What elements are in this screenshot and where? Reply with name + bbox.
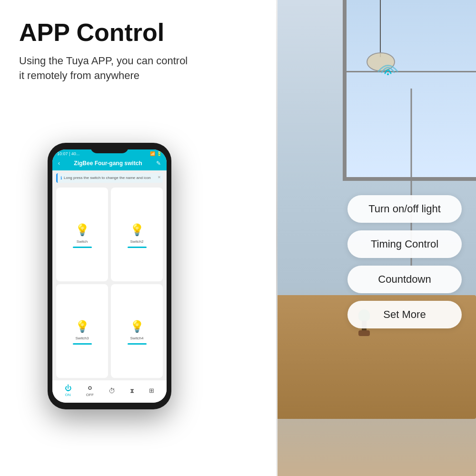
svg-point-0 — [387, 73, 389, 75]
feature-pill-set-more: Set More — [347, 301, 462, 328]
left-panel: APP Control Using the Tuya APP, you can … — [0, 0, 276, 476]
app-header: ‹ ZigBee Four-gang switch ✎ — [52, 157, 167, 170]
info-icon: ℹ — [60, 176, 62, 180]
nav-timer[interactable]: ⏱ — [109, 387, 115, 395]
feature-pill-timing: Timing Control — [347, 230, 462, 258]
status-time: 10:07 | 40... — [57, 151, 79, 156]
right-panel: Turn on/off light Timing Control Countdo… — [276, 0, 476, 476]
nav-on[interactable]: ⏻ ON — [65, 384, 71, 397]
switch-bar-4 — [128, 343, 147, 345]
page-title: APP Control — [19, 19, 262, 46]
page-subtitle: Using the Tuya APP, you can control it r… — [19, 54, 209, 83]
alert-close-icon[interactable]: ✕ — [158, 175, 161, 179]
phone-screen: 10:07 | 40... 📶 🔋 ‹ ZigBee Four-gang swi… — [52, 149, 167, 403]
switch-label-2: Switch2 — [130, 239, 143, 244]
lamp-cord — [380, 0, 381, 57]
switch-label-3: Switch3 — [75, 336, 89, 340]
room-window — [343, 0, 476, 181]
nav-on-label: ON — [65, 393, 71, 397]
on-icon: ⏻ — [65, 384, 71, 392]
bulb-icon-2: 💡 — [130, 223, 144, 237]
switch-bar-2 — [128, 247, 147, 248]
nav-more[interactable]: ⊞ — [149, 387, 154, 394]
nav-off-label: OFF — [86, 393, 94, 397]
window-frame-horizontal — [347, 71, 476, 72]
switch-card-3[interactable]: 💡 Switch3 — [56, 284, 108, 378]
countdown-icon: ⧗ — [130, 387, 134, 395]
switch-card-4[interactable]: 💡 Switch4 — [111, 284, 163, 378]
switch-label-4: Switch4 — [130, 336, 143, 340]
panel-divider — [276, 0, 278, 476]
switch-card-2[interactable]: 💡 Switch2 — [111, 188, 163, 281]
switch-label-1: Switch — [77, 239, 88, 244]
back-icon[interactable]: ‹ — [58, 160, 60, 167]
feature-label-2: Timing Control — [371, 238, 438, 250]
feature-pills-container: Turn on/off light Timing Control Countdo… — [347, 195, 462, 328]
feature-label-1: Turn on/off light — [368, 203, 441, 215]
feature-label-3: Countdown — [378, 273, 431, 285]
feature-pill-countdown: Countdown — [347, 266, 462, 293]
off-icon: ⭘ — [87, 384, 93, 392]
phone-mockup: 10:07 | 40... 📶 🔋 ‹ ZigBee Four-gang swi… — [48, 143, 171, 409]
feature-pill-turn-on-off: Turn on/off light — [347, 195, 462, 223]
edit-icon[interactable]: ✎ — [156, 160, 161, 167]
switch-bar-3 — [73, 343, 92, 345]
lamp-wifi-signal — [376, 57, 400, 78]
switch-grid: 💡 Switch 💡 Switch2 💡 Switch3 — [52, 186, 167, 380]
bulb-icon-1: 💡 — [75, 223, 89, 237]
nav-countdown[interactable]: ⧗ — [130, 387, 134, 395]
feature-label-4: Set More — [383, 308, 426, 320]
alert-banner: ℹ Long press the switch to change the na… — [56, 173, 163, 183]
status-icons: 📶 🔋 — [150, 151, 162, 156]
bulb-icon-4: 💡 — [130, 320, 144, 333]
grid-icon: ⊞ — [149, 387, 154, 394]
phone-notch — [90, 143, 129, 153]
page-container: APP Control Using the Tuya APP, you can … — [0, 0, 476, 476]
app-header-title: ZigBee Four-gang switch — [74, 160, 142, 167]
alert-text: Long press the switch to change the name… — [64, 176, 151, 180]
timer-icon: ⏱ — [109, 387, 115, 395]
bulb-icon-3: 💡 — [75, 320, 89, 333]
nav-off[interactable]: ⭘ OFF — [86, 384, 94, 397]
switch-card-1[interactable]: 💡 Switch — [56, 188, 108, 281]
bottom-nav: ⏻ ON ⭘ OFF ⏱ ⧗ — [52, 380, 167, 403]
switch-bar-1 — [73, 247, 92, 248]
